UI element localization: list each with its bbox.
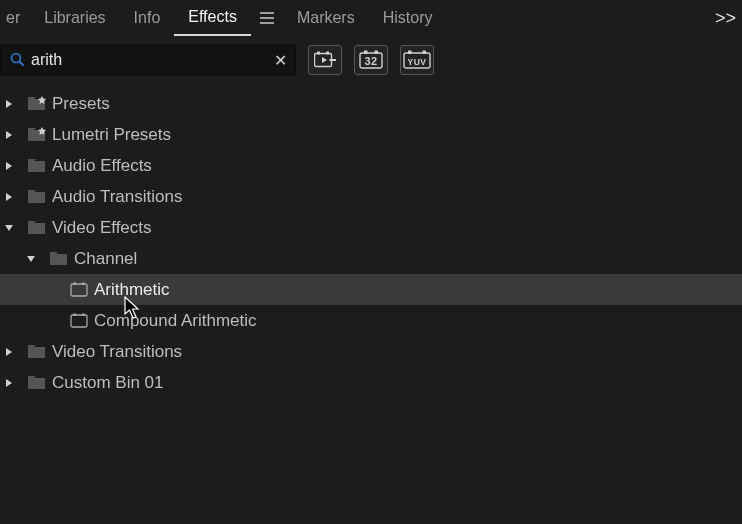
tab-label: er bbox=[6, 9, 20, 27]
svg-marker-24 bbox=[28, 128, 36, 130]
folder-star-icon bbox=[26, 127, 48, 143]
tab-history[interactable]: History bbox=[369, 0, 447, 36]
tab-markers[interactable]: Markers bbox=[283, 0, 369, 36]
chevron-down-icon bbox=[24, 254, 38, 264]
folder-star-icon bbox=[26, 96, 48, 112]
close-icon: ✕ bbox=[274, 51, 287, 70]
accelerated-icon bbox=[314, 51, 336, 69]
svg-rect-48 bbox=[28, 378, 45, 389]
svg-rect-7 bbox=[326, 52, 329, 55]
svg-rect-11 bbox=[364, 51, 368, 55]
folder-presets[interactable]: Presets bbox=[0, 88, 742, 119]
svg-text:YUV: YUV bbox=[408, 57, 427, 67]
svg-marker-28 bbox=[28, 159, 36, 161]
svg-rect-33 bbox=[28, 223, 45, 234]
tab-libraries[interactable]: Libraries bbox=[30, 0, 119, 36]
chevron-right-icon bbox=[2, 130, 16, 140]
folder-label: Video Effects bbox=[48, 218, 152, 238]
folder-audio-transitions[interactable]: Audio Transitions bbox=[0, 181, 742, 212]
svg-rect-40 bbox=[82, 282, 85, 285]
folder-icon bbox=[26, 220, 48, 236]
folder-label: Channel bbox=[70, 249, 137, 269]
svg-marker-26 bbox=[6, 162, 12, 170]
folder-label: Audio Effects bbox=[48, 156, 152, 176]
svg-rect-27 bbox=[28, 161, 45, 172]
svg-rect-43 bbox=[82, 313, 85, 316]
folder-label: Presets bbox=[48, 94, 110, 114]
tab-truncated[interactable]: er bbox=[2, 0, 30, 36]
hamburger-icon bbox=[259, 10, 275, 27]
svg-marker-49 bbox=[28, 376, 36, 378]
tabs-overflow-button[interactable]: >> bbox=[709, 0, 742, 36]
search-clear-button[interactable]: ✕ bbox=[269, 49, 291, 71]
accelerated-effects-filter-button[interactable] bbox=[308, 45, 342, 75]
svg-rect-16 bbox=[423, 51, 427, 55]
effect-label: Compound Arithmetic bbox=[90, 311, 257, 331]
svg-marker-20 bbox=[28, 97, 36, 99]
svg-rect-6 bbox=[317, 52, 320, 55]
tab-label: Libraries bbox=[44, 9, 105, 27]
badge-yuv-icon: YUV bbox=[403, 50, 431, 70]
tab-effects[interactable]: Effects bbox=[174, 0, 251, 36]
chevron-right-icon bbox=[2, 378, 16, 388]
panel-menu-button[interactable] bbox=[251, 0, 283, 36]
effects-tree: Presets Lumetri Presets Audio Effects Au… bbox=[0, 84, 742, 398]
svg-marker-47 bbox=[6, 379, 12, 387]
folder-icon bbox=[26, 375, 48, 391]
svg-marker-18 bbox=[6, 100, 12, 108]
effect-icon bbox=[68, 282, 90, 298]
svg-marker-8 bbox=[322, 57, 327, 63]
effects-toolbar: ✕ 32 bbox=[0, 36, 742, 84]
svg-marker-29 bbox=[6, 193, 12, 201]
svg-marker-22 bbox=[6, 131, 12, 139]
effect-compound-arithmetic[interactable]: Compound Arithmetic bbox=[0, 305, 742, 336]
folder-label: Video Transitions bbox=[48, 342, 182, 362]
svg-rect-12 bbox=[375, 51, 379, 55]
folder-video-effects[interactable]: Video Effects bbox=[0, 212, 742, 243]
svg-rect-42 bbox=[74, 313, 77, 316]
yuv-filter-button[interactable]: YUV bbox=[400, 45, 434, 75]
svg-rect-36 bbox=[50, 254, 67, 265]
effect-label: Arithmetic bbox=[90, 280, 170, 300]
svg-rect-45 bbox=[28, 347, 45, 358]
chevron-right-icon bbox=[2, 99, 16, 109]
folder-icon bbox=[26, 344, 48, 360]
svg-marker-32 bbox=[5, 225, 13, 231]
folder-custom-bin[interactable]: Custom Bin 01 bbox=[0, 367, 742, 398]
chevron-down-icon bbox=[2, 223, 16, 233]
svg-marker-9 bbox=[330, 59, 337, 61]
svg-rect-38 bbox=[71, 284, 87, 296]
svg-marker-35 bbox=[27, 256, 35, 262]
tab-label: Effects bbox=[188, 8, 237, 26]
svg-rect-15 bbox=[408, 51, 412, 55]
folder-lumetri-presets[interactable]: Lumetri Presets bbox=[0, 119, 742, 150]
effect-arithmetic[interactable]: Arithmetic bbox=[0, 274, 742, 305]
overflow-icon: >> bbox=[715, 8, 736, 29]
search-icon bbox=[9, 51, 25, 70]
folder-label: Lumetri Presets bbox=[48, 125, 171, 145]
tab-info[interactable]: Info bbox=[120, 0, 175, 36]
folder-label: Custom Bin 01 bbox=[48, 373, 164, 393]
folder-icon bbox=[26, 158, 48, 174]
svg-text:32: 32 bbox=[364, 55, 377, 67]
svg-marker-46 bbox=[28, 345, 36, 347]
svg-rect-30 bbox=[28, 192, 45, 203]
chevron-right-icon bbox=[2, 347, 16, 357]
panel-tab-bar: er Libraries Info Effects Markers Histor… bbox=[0, 0, 742, 36]
svg-marker-44 bbox=[6, 348, 12, 356]
svg-rect-41 bbox=[71, 315, 87, 327]
search-input[interactable] bbox=[25, 45, 269, 75]
32bit-filter-button[interactable]: 32 bbox=[354, 45, 388, 75]
folder-video-transitions[interactable]: Video Transitions bbox=[0, 336, 742, 367]
tab-label: History bbox=[383, 9, 433, 27]
folder-label: Audio Transitions bbox=[48, 187, 182, 207]
folder-audio-effects[interactable]: Audio Effects bbox=[0, 150, 742, 181]
badge-32-icon: 32 bbox=[359, 50, 383, 70]
svg-line-4 bbox=[20, 61, 24, 65]
svg-marker-31 bbox=[28, 190, 36, 192]
chevron-right-icon bbox=[2, 192, 16, 202]
folder-channel[interactable]: Channel bbox=[0, 243, 742, 274]
svg-rect-39 bbox=[74, 282, 77, 285]
search-box[interactable]: ✕ bbox=[0, 44, 296, 76]
effect-icon bbox=[68, 313, 90, 329]
